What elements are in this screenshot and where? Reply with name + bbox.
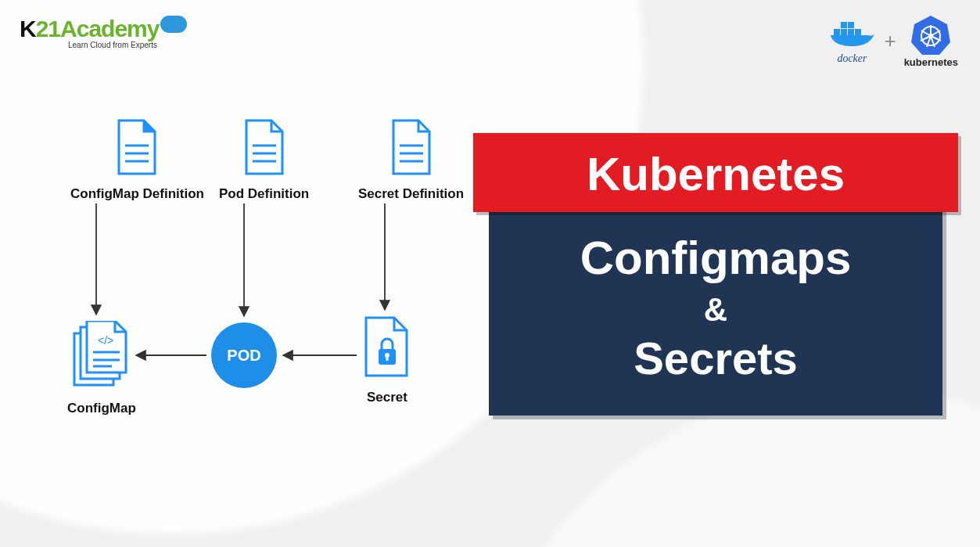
brand-logo-left: K21Academy Learn Cloud from Experts [20, 16, 187, 49]
kubernetes-logo: kubernetes [904, 14, 958, 68]
svg-rect-4 [848, 22, 854, 28]
cloud-icon [160, 16, 187, 33]
title-line-3: Secrets [489, 332, 942, 384]
svg-rect-1 [841, 29, 847, 35]
kubernetes-wheel-icon [910, 14, 952, 56]
title-line-1: Kubernetes [473, 133, 958, 212]
docker-label: docker [837, 52, 867, 65]
svg-rect-5 [855, 29, 861, 35]
brand-21: 21 [36, 16, 60, 41]
kubernetes-label: kubernetes [904, 56, 958, 68]
svg-rect-0 [834, 29, 840, 35]
title-panel: Kubernetes Configmaps & Secrets [489, 161, 942, 416]
brand-tagline: Learn Cloud from Experts [20, 41, 187, 49]
plus-symbol: + [884, 29, 896, 53]
brand-academy: Academy [60, 16, 159, 41]
brand-k: K [20, 16, 36, 41]
architecture-diagram: ConfigMap Definition Pod Definition Secr… [23, 117, 493, 493]
title-ampersand: & [489, 291, 942, 329]
arrow-layer [23, 117, 493, 493]
title-line-2: Configmaps [489, 231, 942, 285]
svg-rect-2 [848, 29, 854, 35]
svg-rect-3 [841, 22, 847, 28]
svg-point-15 [928, 34, 933, 38]
brand-logos-right: docker + kubernetes [827, 14, 958, 68]
docker-whale-icon [827, 18, 876, 52]
docker-logo: docker [827, 18, 876, 65]
